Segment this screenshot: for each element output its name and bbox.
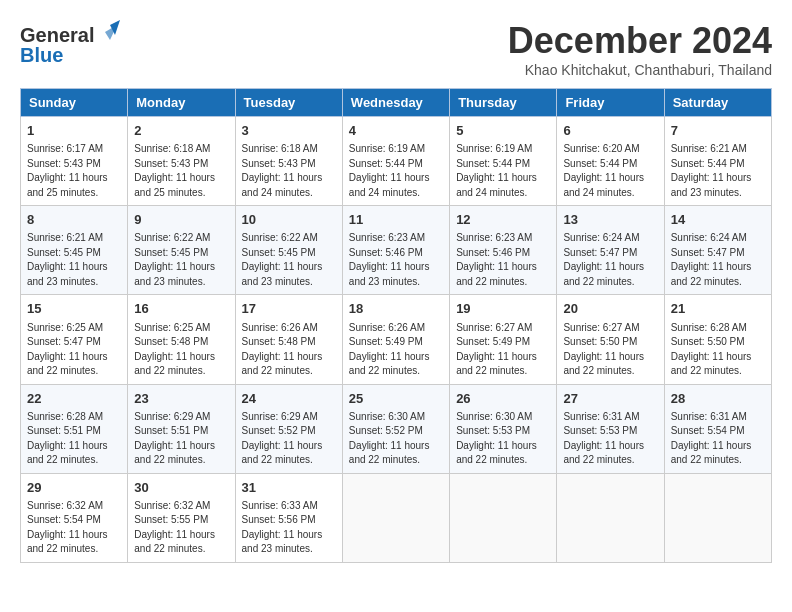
day-info: Sunrise: 6:19 AM Sunset: 5:44 PM Dayligh… xyxy=(349,142,443,200)
calendar-cell: 16Sunrise: 6:25 AM Sunset: 5:48 PM Dayli… xyxy=(128,295,235,384)
day-number: 6 xyxy=(563,122,657,140)
header-monday: Monday xyxy=(128,89,235,117)
calendar-cell xyxy=(450,473,557,562)
location-title: Khao Khitchakut, Chanthaburi, Thailand xyxy=(508,62,772,78)
day-number: 20 xyxy=(563,300,657,318)
calendar-cell: 28Sunrise: 6:31 AM Sunset: 5:54 PM Dayli… xyxy=(664,384,771,473)
calendar-cell: 4Sunrise: 6:19 AM Sunset: 5:44 PM Daylig… xyxy=(342,117,449,206)
day-info: Sunrise: 6:25 AM Sunset: 5:47 PM Dayligh… xyxy=(27,321,121,379)
day-info: Sunrise: 6:29 AM Sunset: 5:51 PM Dayligh… xyxy=(134,410,228,468)
calendar-cell: 17Sunrise: 6:26 AM Sunset: 5:48 PM Dayli… xyxy=(235,295,342,384)
calendar-week-row: 15Sunrise: 6:25 AM Sunset: 5:47 PM Dayli… xyxy=(21,295,772,384)
day-info: Sunrise: 6:33 AM Sunset: 5:56 PM Dayligh… xyxy=(242,499,336,557)
calendar-cell: 29Sunrise: 6:32 AM Sunset: 5:54 PM Dayli… xyxy=(21,473,128,562)
day-info: Sunrise: 6:18 AM Sunset: 5:43 PM Dayligh… xyxy=(134,142,228,200)
day-info: Sunrise: 6:18 AM Sunset: 5:43 PM Dayligh… xyxy=(242,142,336,200)
month-title: December 2024 xyxy=(508,20,772,62)
calendar-cell: 18Sunrise: 6:26 AM Sunset: 5:49 PM Dayli… xyxy=(342,295,449,384)
calendar-cell: 2Sunrise: 6:18 AM Sunset: 5:43 PM Daylig… xyxy=(128,117,235,206)
day-info: Sunrise: 6:27 AM Sunset: 5:50 PM Dayligh… xyxy=(563,321,657,379)
calendar-cell: 15Sunrise: 6:25 AM Sunset: 5:47 PM Dayli… xyxy=(21,295,128,384)
calendar-week-row: 8Sunrise: 6:21 AM Sunset: 5:45 PM Daylig… xyxy=(21,206,772,295)
logo: General Blue xyxy=(20,20,100,70)
day-info: Sunrise: 6:30 AM Sunset: 5:52 PM Dayligh… xyxy=(349,410,443,468)
svg-text:General: General xyxy=(20,24,94,46)
day-info: Sunrise: 6:20 AM Sunset: 5:44 PM Dayligh… xyxy=(563,142,657,200)
calendar-cell: 23Sunrise: 6:29 AM Sunset: 5:51 PM Dayli… xyxy=(128,384,235,473)
day-number: 10 xyxy=(242,211,336,229)
header-wednesday: Wednesday xyxy=(342,89,449,117)
calendar-cell: 6Sunrise: 6:20 AM Sunset: 5:44 PM Daylig… xyxy=(557,117,664,206)
calendar-cell: 27Sunrise: 6:31 AM Sunset: 5:53 PM Dayli… xyxy=(557,384,664,473)
day-number: 29 xyxy=(27,479,121,497)
day-number: 21 xyxy=(671,300,765,318)
day-number: 17 xyxy=(242,300,336,318)
header-friday: Friday xyxy=(557,89,664,117)
calendar-cell: 13Sunrise: 6:24 AM Sunset: 5:47 PM Dayli… xyxy=(557,206,664,295)
day-info: Sunrise: 6:21 AM Sunset: 5:45 PM Dayligh… xyxy=(27,231,121,289)
day-info: Sunrise: 6:24 AM Sunset: 5:47 PM Dayligh… xyxy=(671,231,765,289)
header-tuesday: Tuesday xyxy=(235,89,342,117)
day-info: Sunrise: 6:29 AM Sunset: 5:52 PM Dayligh… xyxy=(242,410,336,468)
calendar-cell: 20Sunrise: 6:27 AM Sunset: 5:50 PM Dayli… xyxy=(557,295,664,384)
day-number: 5 xyxy=(456,122,550,140)
header-saturday: Saturday xyxy=(664,89,771,117)
calendar-cell xyxy=(664,473,771,562)
day-info: Sunrise: 6:26 AM Sunset: 5:49 PM Dayligh… xyxy=(349,321,443,379)
day-number: 23 xyxy=(134,390,228,408)
day-number: 28 xyxy=(671,390,765,408)
title-block: December 2024 Khao Khitchakut, Chanthabu… xyxy=(508,20,772,78)
day-info: Sunrise: 6:22 AM Sunset: 5:45 PM Dayligh… xyxy=(134,231,228,289)
day-number: 26 xyxy=(456,390,550,408)
day-number: 14 xyxy=(671,211,765,229)
calendar-cell: 24Sunrise: 6:29 AM Sunset: 5:52 PM Dayli… xyxy=(235,384,342,473)
calendar-table: Sunday Monday Tuesday Wednesday Thursday… xyxy=(20,88,772,563)
calendar-cell: 22Sunrise: 6:28 AM Sunset: 5:51 PM Dayli… xyxy=(21,384,128,473)
day-info: Sunrise: 6:28 AM Sunset: 5:50 PM Dayligh… xyxy=(671,321,765,379)
day-number: 25 xyxy=(349,390,443,408)
day-number: 16 xyxy=(134,300,228,318)
calendar-cell: 9Sunrise: 6:22 AM Sunset: 5:45 PM Daylig… xyxy=(128,206,235,295)
calendar-week-row: 22Sunrise: 6:28 AM Sunset: 5:51 PM Dayli… xyxy=(21,384,772,473)
calendar-week-row: 29Sunrise: 6:32 AM Sunset: 5:54 PM Dayli… xyxy=(21,473,772,562)
day-info: Sunrise: 6:31 AM Sunset: 5:53 PM Dayligh… xyxy=(563,410,657,468)
day-number: 30 xyxy=(134,479,228,497)
calendar-week-row: 1Sunrise: 6:17 AM Sunset: 5:43 PM Daylig… xyxy=(21,117,772,206)
day-number: 31 xyxy=(242,479,336,497)
calendar-header-row: Sunday Monday Tuesday Wednesday Thursday… xyxy=(21,89,772,117)
day-info: Sunrise: 6:27 AM Sunset: 5:49 PM Dayligh… xyxy=(456,321,550,379)
logo: General Blue xyxy=(20,20,100,70)
day-number: 8 xyxy=(27,211,121,229)
header-sunday: Sunday xyxy=(21,89,128,117)
calendar-cell: 7Sunrise: 6:21 AM Sunset: 5:44 PM Daylig… xyxy=(664,117,771,206)
calendar-cell: 8Sunrise: 6:21 AM Sunset: 5:45 PM Daylig… xyxy=(21,206,128,295)
day-info: Sunrise: 6:26 AM Sunset: 5:48 PM Dayligh… xyxy=(242,321,336,379)
day-info: Sunrise: 6:23 AM Sunset: 5:46 PM Dayligh… xyxy=(456,231,550,289)
calendar-cell xyxy=(557,473,664,562)
svg-text:Blue: Blue xyxy=(20,44,63,66)
day-number: 19 xyxy=(456,300,550,318)
calendar-cell: 25Sunrise: 6:30 AM Sunset: 5:52 PM Dayli… xyxy=(342,384,449,473)
calendar-cell: 26Sunrise: 6:30 AM Sunset: 5:53 PM Dayli… xyxy=(450,384,557,473)
header-thursday: Thursday xyxy=(450,89,557,117)
day-number: 2 xyxy=(134,122,228,140)
calendar-cell: 5Sunrise: 6:19 AM Sunset: 5:44 PM Daylig… xyxy=(450,117,557,206)
day-info: Sunrise: 6:32 AM Sunset: 5:55 PM Dayligh… xyxy=(134,499,228,557)
day-number: 22 xyxy=(27,390,121,408)
day-info: Sunrise: 6:22 AM Sunset: 5:45 PM Dayligh… xyxy=(242,231,336,289)
day-number: 15 xyxy=(27,300,121,318)
calendar-cell xyxy=(342,473,449,562)
calendar-cell: 30Sunrise: 6:32 AM Sunset: 5:55 PM Dayli… xyxy=(128,473,235,562)
day-info: Sunrise: 6:25 AM Sunset: 5:48 PM Dayligh… xyxy=(134,321,228,379)
day-info: Sunrise: 6:17 AM Sunset: 5:43 PM Dayligh… xyxy=(27,142,121,200)
page-header: General Blue December 2024 Khao Khitchak… xyxy=(20,20,772,78)
calendar-cell: 10Sunrise: 6:22 AM Sunset: 5:45 PM Dayli… xyxy=(235,206,342,295)
calendar-cell: 1Sunrise: 6:17 AM Sunset: 5:43 PM Daylig… xyxy=(21,117,128,206)
day-number: 12 xyxy=(456,211,550,229)
calendar-cell: 11Sunrise: 6:23 AM Sunset: 5:46 PM Dayli… xyxy=(342,206,449,295)
day-number: 13 xyxy=(563,211,657,229)
day-info: Sunrise: 6:24 AM Sunset: 5:47 PM Dayligh… xyxy=(563,231,657,289)
calendar-cell: 3Sunrise: 6:18 AM Sunset: 5:43 PM Daylig… xyxy=(235,117,342,206)
day-info: Sunrise: 6:21 AM Sunset: 5:44 PM Dayligh… xyxy=(671,142,765,200)
day-info: Sunrise: 6:23 AM Sunset: 5:46 PM Dayligh… xyxy=(349,231,443,289)
